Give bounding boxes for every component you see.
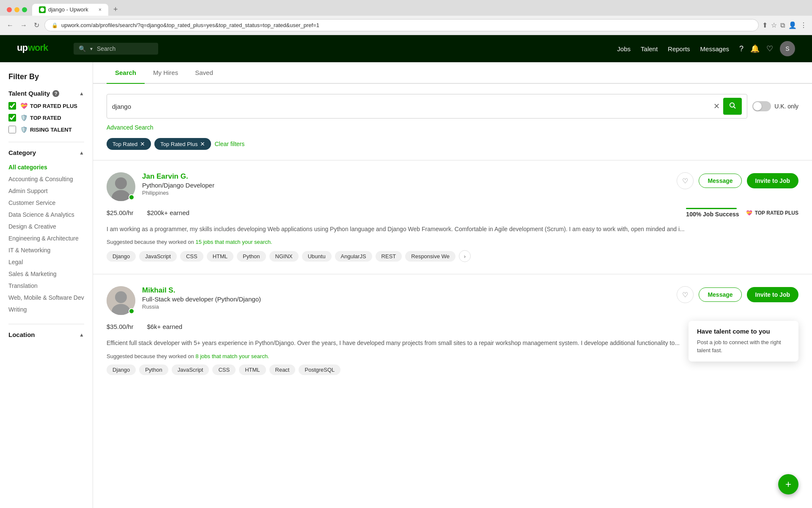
skill-ubuntu-1[interactable]: Ubuntu xyxy=(302,251,332,262)
close-dot[interactable] xyxy=(7,7,12,12)
clear-search-button[interactable]: ✕ xyxy=(713,102,720,111)
minimize-dot[interactable] xyxy=(14,7,19,12)
category-writing[interactable]: Writing xyxy=(8,304,84,315)
talent-quality-header[interactable]: Talent Quality ? ▲ xyxy=(8,90,84,97)
top-rated-tag-remove[interactable]: ✕ xyxy=(140,141,145,147)
notifications-icon[interactable]: 🔔 xyxy=(750,44,760,53)
skill-html-1[interactable]: HTML xyxy=(207,251,233,262)
search-input[interactable] xyxy=(112,103,713,110)
forward-button[interactable]: → xyxy=(19,20,29,31)
new-tab-button[interactable]: + xyxy=(110,3,121,16)
search-button[interactable] xyxy=(723,98,742,115)
heart-button-2[interactable]: ♡ xyxy=(677,286,694,303)
category-web[interactable]: Web, Mobile & Software Dev xyxy=(8,292,84,304)
advanced-search-link[interactable]: Advanced Search xyxy=(107,124,154,131)
category-engineering[interactable]: Engineering & Architecture xyxy=(8,232,84,244)
top-rated-plus-checkbox[interactable] xyxy=(8,102,16,110)
extensions-icon[interactable]: ⧉ xyxy=(780,22,785,29)
menu-icon[interactable]: ⋮ xyxy=(800,21,807,29)
skill-responsive-1[interactable]: Responsive We xyxy=(405,251,455,262)
skill-django-1[interactable]: Django xyxy=(107,251,136,262)
tab-saved[interactable]: Saved xyxy=(187,62,222,84)
reports-nav-link[interactable]: Reports xyxy=(668,45,690,52)
help-icon[interactable]: ? xyxy=(739,44,743,53)
skill-python-2[interactable]: Python xyxy=(139,364,168,375)
url-bar[interactable]: 🔒 upwork.com/ab/profiles/search/?q=djang… xyxy=(44,19,759,31)
skill-pg-2[interactable]: PostgreSQL xyxy=(299,364,340,375)
freelancer-title-2: Full-Stack web developer (Python/Django) xyxy=(142,295,670,303)
tab-search[interactable]: Search xyxy=(107,62,145,84)
search-input-row: ✕ U.K. only xyxy=(107,94,798,119)
profile-icon[interactable]: 👤 xyxy=(788,21,797,29)
messages-nav-link[interactable]: Messages xyxy=(700,45,729,52)
clear-filters-button[interactable]: Clear filters xyxy=(214,141,244,147)
skill-rest-1[interactable]: REST xyxy=(376,251,402,262)
header-search-box[interactable]: 🔍 ▼ Search xyxy=(74,43,158,55)
skill-nginx-1[interactable]: NGINX xyxy=(269,251,299,262)
category-data-science[interactable]: Data Science & Analytics xyxy=(8,209,84,221)
back-button[interactable]: ← xyxy=(5,20,15,31)
skills-more-button-1[interactable]: › xyxy=(459,250,471,262)
category-accounting[interactable]: Accounting & Consulting xyxy=(8,173,84,185)
talent-quality-info-icon[interactable]: ? xyxy=(52,90,59,97)
favorites-icon[interactable]: ♡ xyxy=(766,44,773,53)
upwork-logo[interactable]: up work xyxy=(17,41,63,56)
suggestion-link-2[interactable]: 8 jobs that match your search. xyxy=(195,353,269,359)
skill-react-2[interactable]: React xyxy=(269,364,296,375)
suggestion-link-1[interactable]: 15 jobs that match your search. xyxy=(195,239,272,245)
reload-button[interactable]: ↻ xyxy=(32,19,41,31)
avatar-container-1 xyxy=(107,172,135,201)
freelancer-name-1[interactable]: Jan Earvin G. xyxy=(142,172,670,181)
user-avatar[interactable]: S xyxy=(780,41,795,56)
skill-django-2[interactable]: Django xyxy=(107,364,136,375)
card-stats-1: $25.00/hr $200k+ earned 100% Job Success… xyxy=(107,208,798,218)
heart-button-1[interactable]: ♡ xyxy=(677,172,694,189)
rising-talent-checkbox[interactable] xyxy=(8,126,16,133)
category-sales[interactable]: Sales & Marketing xyxy=(8,268,84,280)
jobs-nav-link[interactable]: Jobs xyxy=(617,45,631,52)
tab-my-hires[interactable]: My Hires xyxy=(145,62,187,84)
job-success-1: 100% Job Success xyxy=(686,208,739,218)
fab-button[interactable]: + xyxy=(778,474,798,494)
avatar-container-2 xyxy=(107,286,135,315)
talent-quality-chevron: ▲ xyxy=(79,91,84,97)
tooltip-title: Have talent come to you xyxy=(697,328,790,335)
top-rated-plus-tag: Top Rated Plus ✕ xyxy=(154,138,211,150)
invite-button-1[interactable]: Invite to Job xyxy=(747,173,798,188)
location-header[interactable]: Location ▲ xyxy=(8,331,84,338)
talent-nav-link[interactable]: Talent xyxy=(641,45,658,52)
skill-angularjs-1[interactable]: AngularJS xyxy=(335,251,372,262)
category-design[interactable]: Design & Creative xyxy=(8,221,84,232)
skill-python-1[interactable]: Python xyxy=(237,251,266,262)
rising-talent-icon: 🛡️ xyxy=(20,126,27,133)
category-translation[interactable]: Translation xyxy=(8,280,84,292)
category-all[interactable]: All categories xyxy=(8,161,84,173)
uk-only-switch[interactable] xyxy=(752,101,771,111)
top-rated-checkbox[interactable] xyxy=(8,114,16,121)
category-header[interactable]: Category ▲ xyxy=(8,149,84,156)
skill-css-2[interactable]: CSS xyxy=(212,364,236,375)
tab-close-button[interactable]: × xyxy=(99,7,102,13)
skill-html-2[interactable]: HTML xyxy=(239,364,266,375)
skill-css-1[interactable]: CSS xyxy=(180,251,203,262)
share-icon[interactable]: ⬆ xyxy=(762,21,768,29)
skill-js-2[interactable]: JavaScript xyxy=(172,364,209,375)
category-customer[interactable]: Customer Service xyxy=(8,197,84,209)
message-button-2[interactable]: Message xyxy=(699,287,741,302)
message-button-1[interactable]: Message xyxy=(699,174,741,188)
top-rated-icon: 🛡️ xyxy=(20,114,27,121)
invite-button-2[interactable]: Invite to Job xyxy=(747,287,798,302)
top-rated-plus-tag-remove[interactable]: ✕ xyxy=(200,141,205,147)
svg-point-6 xyxy=(115,177,127,189)
category-it[interactable]: IT & Networking xyxy=(8,244,84,256)
freelancer-name-2[interactable]: Mikhail S. xyxy=(142,286,670,295)
top-rated-plus-checkbox-item: 💝 TOP RATED PLUS xyxy=(8,102,84,110)
category-admin[interactable]: Admin Support xyxy=(8,185,84,197)
category-legal[interactable]: Legal xyxy=(8,256,84,268)
suggestion-text-1: Suggested because they worked on 15 jobs… xyxy=(107,239,798,245)
filter-by-title: Filter By xyxy=(8,72,84,81)
browser-tab[interactable]: django - Upwork × xyxy=(32,4,108,16)
maximize-dot[interactable] xyxy=(22,7,27,12)
skill-js-1[interactable]: JavaScript xyxy=(139,251,177,262)
bookmark-icon[interactable]: ☆ xyxy=(771,21,777,29)
